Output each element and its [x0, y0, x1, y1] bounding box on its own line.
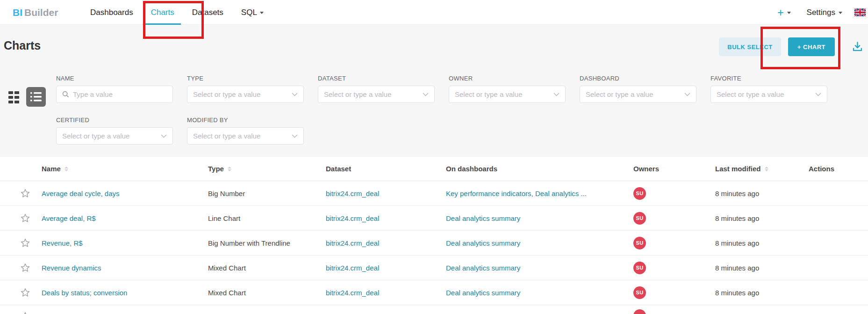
chart-name-link[interactable]: Revenue dynamics [42, 264, 208, 272]
nav-datasets[interactable]: Datasets [192, 0, 223, 25]
main-nav: Dashboards Charts Datasets SQL [90, 0, 264, 25]
chevron-down-icon [553, 93, 560, 96]
chart-name-link[interactable]: Average deal, R$ [42, 214, 208, 222]
filter-label: OWNER [449, 75, 566, 82]
dashboards-link[interactable]: Deal analytics summary [446, 239, 633, 247]
last-modified: 8 minutes ago [715, 264, 809, 272]
chevron-down-icon [292, 134, 298, 138]
dataset-link[interactable]: bitrix24.crm_deal [326, 239, 446, 247]
filter-label: TYPE [187, 75, 304, 82]
filter-name: NAME [56, 75, 173, 103]
col-type[interactable]: Type [208, 165, 326, 173]
owner-avatar: SU [633, 309, 646, 314]
table-row-partial: SU [0, 305, 868, 314]
dataset-link[interactable]: bitrix24.crm_deal [326, 214, 446, 222]
chevron-down-icon [161, 134, 167, 138]
type-select[interactable]: Select or type a value [187, 86, 304, 103]
page-header: Charts BULK SELECT + CHART [0, 25, 868, 56]
table-row: Deals by status; conversion Mixed Chart … [0, 280, 868, 305]
col-last-modified[interactable]: Last modified [715, 165, 809, 173]
last-modified: 8 minutes ago [715, 239, 809, 247]
chart-name-link[interactable]: Average deal cycle, days [42, 190, 208, 197]
search-icon [62, 91, 69, 98]
filter-row-2: CERTIFIED Select or type a value MODIFIE… [56, 117, 868, 145]
col-actions: Actions [809, 165, 868, 173]
page-title: Charts [4, 39, 41, 52]
dataset-select[interactable]: Select or type a value [318, 86, 435, 103]
list-view-icon[interactable] [26, 87, 46, 107]
filter-label: DASHBOARD [580, 75, 696, 82]
col-dataset: Dataset [326, 165, 446, 173]
bulk-select-button[interactable]: BULK SELECT [719, 37, 781, 56]
filter-label: MODIFIED BY [187, 117, 304, 124]
sort-icon[interactable] [765, 167, 768, 171]
dashboard-select[interactable]: Select or type a value [580, 86, 696, 103]
certified-select[interactable]: Select or type a value [56, 127, 173, 145]
nav-charts[interactable]: Charts [151, 0, 174, 25]
col-owners: Owners [633, 165, 715, 173]
download-icon[interactable] [850, 38, 864, 54]
sort-icon[interactable] [65, 167, 68, 171]
filter-label: CERTIFIED [56, 117, 173, 124]
logo-bi: BI [13, 7, 22, 18]
logo-builder: Builder [24, 7, 58, 18]
filter-favorite: FAVORITE Select or type a value [710, 75, 827, 103]
last-modified: 8 minutes ago [715, 214, 809, 222]
dashboards-link[interactable]: Deal analytics summary [446, 264, 633, 272]
owner-select[interactable]: Select or type a value [449, 86, 566, 103]
content-header-area: Charts BULK SELECT + CHART [0, 25, 868, 157]
star-icon[interactable] [21, 213, 42, 223]
last-modified: 8 minutes ago [715, 190, 809, 197]
filter-dashboard: DASHBOARD Select or type a value [580, 75, 696, 103]
col-name[interactable]: Name [42, 165, 208, 173]
star-icon[interactable] [21, 189, 42, 198]
owner-avatar: SU [633, 286, 646, 299]
sort-icon[interactable] [228, 167, 231, 171]
chart-type: Mixed Chart [208, 264, 326, 272]
chart-name-link[interactable]: Revenue, R$ [42, 239, 208, 247]
star-icon[interactable] [21, 238, 42, 248]
chevron-down-icon [684, 93, 690, 96]
new-chart-button[interactable]: + CHART [788, 37, 835, 56]
chart-type: Big Number [208, 190, 326, 197]
uk-flag-icon[interactable] [854, 8, 866, 16]
card-view-icon[interactable] [8, 90, 19, 106]
filters-panel: NAME TYPE Select or type a value [0, 56, 868, 145]
table-row: Revenue, R$ Big Number with Trendline bi… [0, 231, 868, 256]
caret-down-icon [839, 12, 842, 14]
chart-type: Mixed Chart [208, 289, 326, 297]
table-row: Revenue dynamics Mixed Chart bitrix24.cr… [0, 256, 868, 280]
favorite-select[interactable]: Select or type a value [710, 86, 827, 103]
modified-by-select[interactable]: Select or type a value [187, 127, 304, 145]
star-icon[interactable] [21, 288, 42, 297]
dataset-link[interactable]: bitrix24.crm_deal [326, 289, 446, 297]
dataset-link[interactable]: bitrix24.crm_deal [326, 264, 446, 272]
name-search-field[interactable] [56, 86, 173, 103]
plus-icon: + [777, 7, 784, 18]
nav-dashboards[interactable]: Dashboards [90, 0, 133, 25]
caret-down-icon [787, 12, 791, 14]
dataset-link[interactable]: bitrix24.crm_deal [326, 190, 446, 197]
new-item-menu[interactable]: + [777, 7, 791, 18]
nav-sql[interactable]: SQL [241, 0, 264, 25]
owner-avatar: SU [633, 212, 646, 225]
settings-menu[interactable]: Settings [807, 8, 842, 17]
owner-avatar: SU [633, 187, 646, 200]
app-logo[interactable]: BI Builder [13, 0, 58, 25]
star-icon[interactable] [21, 263, 42, 272]
filter-certified: CERTIFIED Select or type a value [56, 117, 173, 145]
chart-name-link[interactable]: Deals by status; conversion [42, 289, 208, 297]
last-modified: 8 minutes ago [715, 289, 809, 297]
caret-down-icon [260, 12, 264, 14]
dashboards-link[interactable]: Deal analytics summary [446, 289, 633, 297]
view-mode-toggles [8, 87, 50, 108]
chevron-down-icon [423, 93, 429, 96]
search-input[interactable] [73, 90, 167, 98]
page-actions: BULK SELECT + CHART [719, 37, 864, 56]
chart-type: Big Number with Trendline [208, 239, 326, 247]
dashboards-link[interactable]: Key performance indicators, Deal analyti… [446, 190, 633, 197]
chevron-down-icon [292, 93, 298, 96]
table-row: Average deal cycle, days Big Number bitr… [0, 181, 868, 206]
star-icon[interactable] [21, 312, 42, 314]
dashboards-link[interactable]: Deal analytics summary [446, 214, 633, 222]
